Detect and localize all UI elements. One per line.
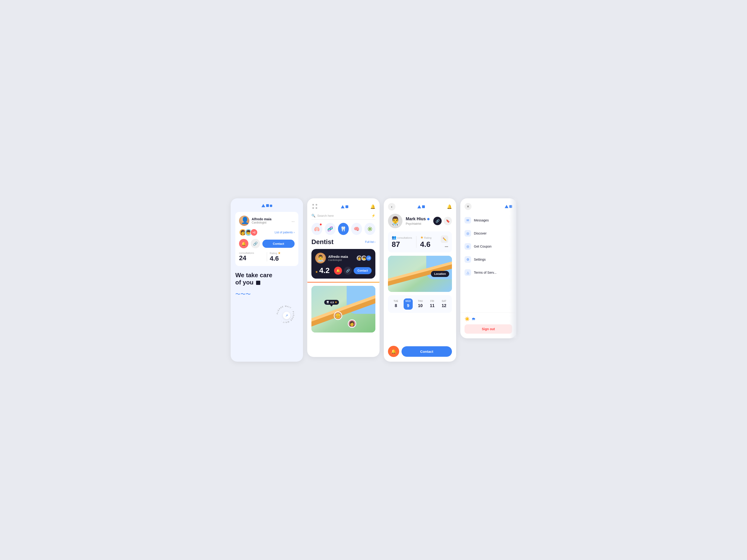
category-neural[interactable]: ✳️ (364, 223, 376, 235)
doc-patients-group: 👩 👦 +2 (356, 255, 371, 261)
consultations-label: consultations (239, 251, 264, 254)
card3-header: ‹ 🔔 (388, 203, 452, 211)
rating-star-icon: ★ (278, 251, 281, 255)
cal-day-num-1: 9 (407, 303, 409, 308)
reproductive-icon: 🧬 (327, 226, 333, 232)
profile-info: Alfredo maia Cardiologist (252, 217, 289, 224)
location-button[interactable]: Location (431, 271, 449, 277)
doc-card-info: Alfredo maia Cardiologist (328, 255, 354, 261)
map-avatar-pin-1[interactable]: 👴 (334, 312, 342, 320)
edit-icon-button[interactable]: ✏️ (441, 235, 448, 243)
neural-icon: ✳️ (367, 226, 373, 232)
logo-sq-3 (422, 205, 425, 208)
stats-block-divider (416, 236, 416, 248)
doctor-bookmark-button[interactable]: 🔖 (443, 217, 452, 225)
category-kidney[interactable]: 🫁 (311, 223, 323, 235)
avatar (239, 216, 249, 226)
sign-out-button[interactable]: Sign out (465, 324, 512, 334)
circle-arrow-icon[interactable]: ↗ (283, 312, 290, 319)
app-logo-4 (505, 205, 512, 208)
logo-tri-2 (341, 205, 344, 208)
coupon-icon: ◎ (465, 243, 471, 250)
full-list-link[interactable]: Full list › (365, 240, 376, 244)
doc-card-bottom: ★ 4.2 🔔 🔗 Contact (315, 266, 371, 275)
patient-plus-count: +2 (250, 229, 258, 236)
cal-day-num-2: 10 (418, 303, 423, 308)
doctor-link-button[interactable]: 🔗 (433, 217, 442, 225)
close-menu-button[interactable]: ✕ (465, 203, 471, 210)
pin-tooth-icon: 🦷 (326, 301, 329, 304)
search-input[interactable]: Search here (317, 214, 369, 217)
doc-card-role: Cardiologist (328, 259, 354, 261)
category-brain[interactable]: 🧠 (351, 223, 362, 235)
cal-day-thu[interactable]: THU 10 (416, 298, 424, 310)
logo-tri-3 (417, 205, 421, 208)
category-dental[interactable]: 🦷 (338, 223, 349, 235)
cal-day-name-0: TUE (393, 300, 398, 302)
map-pin-bubble: 🦷 4.9 ★ (324, 300, 339, 305)
online-status-dot (427, 218, 430, 220)
rain-icon: 🌧 (471, 317, 476, 322)
cal-day-num-4: 12 (442, 303, 446, 308)
back-button[interactable]: ‹ (388, 203, 395, 211)
category-reproductive[interactable]: 🧬 (325, 223, 336, 235)
card2-search: 🔔 🔍 Search here ⚡ 🫁 🧬 🦷 🧠 ✳️ (307, 198, 380, 357)
notification-icon-3[interactable]: 🔔 (447, 204, 452, 209)
more-options-button[interactable]: ... (291, 219, 294, 223)
full-list-arrow: › (375, 240, 376, 244)
grid-menu-icon[interactable] (311, 203, 319, 211)
contact-button[interactable]: Contact (262, 240, 294, 248)
search-row: 🔍 Search here ⚡ (311, 214, 376, 219)
card4-wrapper: ✕ ✉ Messages ◎ Discover ◎ Get Cou (460, 198, 516, 338)
doctor-action-icons: 🔗 🔖 (433, 217, 452, 225)
kidney-icon: 🫁 (314, 226, 320, 232)
link-icon-button[interactable]: 🔗 (251, 239, 260, 248)
map-avatar-pin-2[interactable]: 👩 (348, 319, 356, 328)
calendar-days: TUE 8 WED 9 THU 10 FRI 11 SAT 12 (392, 298, 448, 310)
menu-items-list: ✉ Messages ◎ Discover ◎ Get Coupon ⚙ Set… (460, 214, 516, 313)
menu-item-coupon[interactable]: ◎ Get Coupon (460, 240, 516, 253)
full-list-label: Full list (365, 240, 374, 244)
more-dots-button[interactable]: ••• (445, 245, 448, 248)
doc-contact-button[interactable]: Contact (354, 267, 371, 274)
map-pin-arrow (330, 305, 333, 306)
doctor-main-name: Mark Hius (406, 216, 430, 221)
cal-day-name-4: SAT (442, 300, 446, 302)
tagline: We take care of you (235, 272, 298, 286)
doc-link-button[interactable]: 🔗 (344, 267, 352, 275)
bell-orange-button[interactable]: 🔔 (388, 346, 399, 357)
list-patients-link[interactable]: List of patients › (275, 231, 294, 234)
doc-bell-button[interactable]: 🔔 (334, 267, 342, 275)
contact-main-button[interactable]: Contact (402, 346, 452, 357)
card2-header: 🔔 (311, 203, 376, 211)
stats-more: ✏️ ••• (441, 235, 448, 248)
please-wait-circle: PLEASE WAIT · PLEASE WAIT · ↗ (275, 304, 298, 327)
pin-rating: 4.9 (330, 301, 334, 304)
logo-sq-2 (345, 205, 348, 208)
logo-triangle (261, 204, 265, 207)
filter-icon[interactable]: ⚡ (371, 214, 376, 217)
categories-row: 🫁 🧬 🦷 🧠 ✳️ (311, 223, 376, 235)
cal-day-tue[interactable]: TUE 8 (392, 298, 400, 310)
screens-container: Alfredo maia Cardiologist ... 👩 👦 +2 Lis… (231, 198, 516, 362)
tagline-line2: of you (235, 279, 254, 286)
doc-card-rating: 4.2 (319, 266, 329, 275)
consultations-value: 24 (239, 254, 264, 262)
cal-day-fri[interactable]: FRI 11 (428, 298, 436, 310)
notification-icon[interactable]: 🔔 (370, 204, 376, 209)
stats-divider (267, 252, 267, 261)
wave-decoration: 〜〜〜 (235, 291, 298, 298)
menu-item-terms[interactable]: △ Terms of Serv... (460, 266, 516, 279)
cal-day-wed[interactable]: WED 9 (404, 298, 413, 310)
menu-item-settings[interactable]: ⚙ Settings (460, 253, 516, 266)
bell-icon-button[interactable]: 🔔 (239, 239, 248, 248)
patients-row: 👩 👦 +2 List of patients › (239, 229, 294, 236)
menu-item-messages[interactable]: ✉ Messages (460, 214, 516, 227)
consultations-block-label: 👥 consultations (392, 235, 412, 240)
menu-item-discover[interactable]: ◎ Discover (460, 227, 516, 240)
cal-day-sat[interactable]: SAT 12 (440, 298, 448, 310)
map-pin-dentist[interactable]: 🦷 4.9 ★ (324, 300, 339, 306)
map-background: 🦷 4.9 ★ 👴 👩 (311, 286, 376, 332)
dentist-title: Dentist (311, 238, 334, 246)
cal-day-name-3: FRI (430, 300, 434, 302)
